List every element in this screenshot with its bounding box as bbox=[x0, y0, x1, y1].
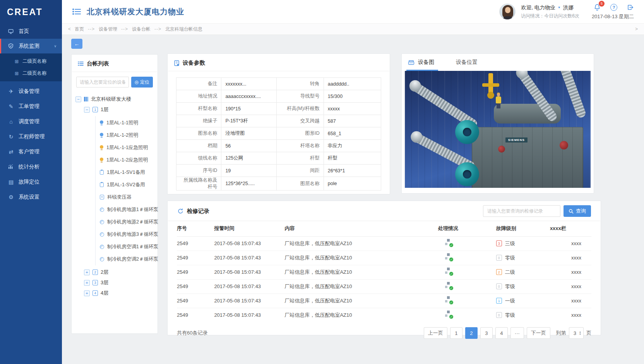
tree-leaf[interactable]: 科锐变压器 bbox=[96, 191, 154, 203]
main-area: 北京科锐研发大厦电力物业 欢迎, 电力物业 ▼ 洪娜 访问情况：今日访问次数6次 bbox=[62, 0, 644, 364]
page-button-1[interactable]: 1 bbox=[450, 327, 462, 339]
welcome-text: 欢迎, 电力物业 bbox=[521, 4, 555, 11]
bulb-icon bbox=[100, 133, 103, 136]
bar-chart-icon bbox=[8, 164, 14, 170]
records-total: 共有60条记录 bbox=[177, 330, 207, 337]
avatar[interactable] bbox=[499, 3, 516, 20]
expand-toggle[interactable]: + bbox=[84, 280, 90, 286]
breadcrumb-item[interactable]: 设备台帐 bbox=[132, 26, 151, 33]
breadcrumb-item[interactable]: 设备管理 bbox=[99, 26, 117, 33]
help-icon[interactable]: ? bbox=[610, 4, 617, 11]
sidebar-item-system-settings[interactable]: ⚙ 系统设置 bbox=[0, 189, 62, 204]
goto-page-value: 3 bbox=[574, 330, 576, 336]
page-button-3[interactable]: 3 bbox=[480, 327, 493, 339]
tree-leaf[interactable]: 1层AL-1-SV1备用 bbox=[96, 166, 154, 179]
sidebar-subitem-1[interactable]: ⊞ 二级页名称 bbox=[0, 55, 62, 67]
pump-icon bbox=[100, 257, 104, 261]
fault-level-icon: 0 bbox=[496, 312, 502, 318]
page-ellipsis[interactable]: ··· bbox=[510, 327, 524, 339]
query-button[interactable]: 查询 bbox=[564, 205, 591, 217]
expand-toggle[interactable]: + bbox=[84, 270, 90, 275]
prev-page-button[interactable]: 上一页 bbox=[424, 327, 447, 339]
tree-node-floor1[interactable]: − 1 1层 bbox=[84, 106, 154, 113]
sidebar-item-fault-locate[interactable]: ▤ 故障定位 bbox=[0, 174, 62, 189]
panel-title: 台帐列表 bbox=[87, 60, 109, 67]
sidebar-subitem-2[interactable]: ⊞ 二级页名称 bbox=[0, 67, 62, 79]
sidebar-subitem-label: 二级页名称 bbox=[22, 70, 47, 77]
table-row: 图形名称泾地理图图形ID658_1 bbox=[176, 127, 381, 140]
insulator bbox=[455, 120, 479, 144]
breadcrumb-item[interactable]: 首页 bbox=[75, 26, 84, 33]
tree-node-floor3[interactable]: + 3 3层 bbox=[84, 279, 154, 286]
tree-leaf[interactable]: 制冷机房地源2＃循环泵 bbox=[96, 216, 154, 228]
tree-node-floor4[interactable]: + 4 4层 bbox=[84, 290, 154, 297]
tree-leaf[interactable]: 1层AL-1-1照明 bbox=[96, 117, 154, 129]
clipboard-icon bbox=[100, 182, 104, 187]
pump-icon bbox=[100, 220, 104, 224]
floor-icon: 3 bbox=[92, 280, 98, 285]
sidebar-item-home[interactable]: 首页 bbox=[0, 24, 62, 39]
breadcrumb-forward-icon[interactable]: > bbox=[635, 26, 638, 32]
header-icons: 5 ? 2017-08-13 星期二 bbox=[592, 3, 634, 20]
panel-title: 检修记录 bbox=[187, 208, 209, 215]
expand-toggle[interactable]: + bbox=[84, 290, 90, 296]
collapse-toggle[interactable]: − bbox=[84, 107, 90, 113]
sidebar-item-statistics[interactable]: 统计分析 bbox=[0, 159, 62, 174]
logout-icon[interactable] bbox=[627, 4, 634, 11]
tree-leaf[interactable]: 制冷机房空调1＃循环泵 bbox=[96, 240, 154, 253]
tree-leaf[interactable]: 1层AL-1-1应急照明 bbox=[96, 141, 154, 154]
device-locate-input[interactable] bbox=[76, 77, 129, 88]
breadcrumb-separator: --> bbox=[154, 26, 161, 32]
goto-page-label: 到第 bbox=[556, 330, 566, 337]
table-row: 25492017-05-08 15:07:43厂站信息库，低压配电室AZ10 ✓… bbox=[177, 279, 591, 294]
image-panel-tabs: 设备图 设备位置 bbox=[402, 54, 594, 71]
table-row: 25492017-05-08 15:07:43厂站信息库，低压配电室AZ10 ✓… bbox=[177, 308, 591, 322]
sidebar-item-system-monitor[interactable]: 系统监测 ∨ bbox=[0, 39, 62, 53]
pump-icon bbox=[100, 232, 104, 237]
tree-leaf[interactable]: 制冷机房空调2＃循环泵 bbox=[96, 253, 154, 265]
breadcrumb-separator: --> bbox=[121, 26, 128, 32]
user-dropdown[interactable]: 欢迎, 电力物业 ▼ 洪娜 bbox=[521, 4, 579, 11]
tree-leaf[interactable]: 制冷机房地源1＃循环泵 bbox=[96, 203, 154, 216]
next-page-button[interactable]: 下一页 bbox=[527, 327, 550, 339]
device-photo: SIEMENS bbox=[405, 71, 591, 188]
records-search-input[interactable] bbox=[483, 205, 560, 217]
tree-leaf[interactable]: 1层AL-1-SV2备用 bbox=[96, 179, 154, 191]
sidebar-item-dispatch-mgmt[interactable]: ⌂ 调度管理 bbox=[0, 114, 62, 129]
goto-page-stepper[interactable]: 3 ▲ ▼ bbox=[569, 327, 584, 339]
hamburger-list-icon[interactable] bbox=[72, 7, 81, 16]
back-button[interactable]: ← bbox=[71, 39, 82, 49]
pump-icon bbox=[100, 245, 104, 249]
sidebar-item-device-mgmt[interactable]: ✈ 设备管理 bbox=[0, 84, 62, 99]
records-header: 检修记录 查询 bbox=[168, 201, 600, 221]
process-status-icon: ✓ bbox=[445, 311, 453, 318]
goto-page-suffix: 页 bbox=[586, 330, 591, 337]
tree-leaf[interactable]: 1层AL-1-2照明 bbox=[96, 129, 154, 141]
sync-icon: ↻ bbox=[8, 134, 14, 139]
records-search-bar: 查询 bbox=[483, 205, 591, 217]
notification-bell-icon[interactable]: 5 bbox=[593, 3, 601, 11]
tab-device-location[interactable]: 设备位置 bbox=[456, 54, 478, 71]
breadcrumb-back-icon[interactable]: < bbox=[68, 26, 71, 32]
tree-node-root[interactable]: − 北京科锐研发大楼 bbox=[75, 96, 154, 103]
pagination: 共有60条记录 上一页 1 2 3 4 ··· 下一页 到第 3 ▲ bbox=[177, 327, 591, 339]
page-button-4[interactable]: 4 bbox=[495, 327, 508, 339]
page-button-2-active[interactable]: 2 bbox=[465, 327, 478, 339]
sidebar-item-engineer-mgmt[interactable]: ↻ 工程师管理 bbox=[0, 129, 62, 144]
sidebar-item-workorder-mgmt[interactable]: ✎ 工单管理 bbox=[0, 99, 62, 114]
floor-icon: 4 bbox=[92, 290, 98, 296]
table-row: 25492017-05-08 15:07:43厂站信息库，低压配电室AZ10 ✓… bbox=[177, 251, 591, 265]
step-down-icon[interactable]: ▼ bbox=[579, 333, 581, 335]
locate-button[interactable]: ◎ 定位 bbox=[131, 77, 153, 88]
tree-leaf[interactable]: 制冷机房地源3＃循环泵 bbox=[96, 228, 154, 240]
collapse-toggle[interactable]: − bbox=[75, 96, 81, 102]
tree-leaf[interactable]: 1层AL-1-2应急照明 bbox=[96, 154, 154, 166]
tree-search-bar: ◎ 定位 bbox=[72, 72, 158, 89]
tree-node-floor2[interactable]: + 2 2层 bbox=[84, 269, 154, 276]
tab-device-image[interactable]: 设备图 bbox=[408, 54, 434, 71]
sidebar-item-label: 故障定位 bbox=[19, 179, 39, 185]
notification-badge: 5 bbox=[599, 1, 605, 7]
table-row: 档期56杆塔名称非应力 bbox=[176, 140, 381, 152]
sidebar-item-customer-mgmt[interactable]: ⇄ 客户管理 bbox=[0, 144, 62, 159]
maintenance-records-panel: 检修记录 查询 bbox=[167, 201, 601, 335]
